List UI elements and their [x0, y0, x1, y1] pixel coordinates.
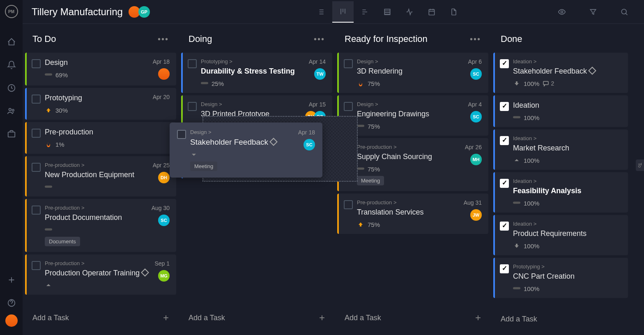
- comment-count[interactable]: 2: [543, 80, 554, 87]
- task-card[interactable]: Ideation 100%: [493, 95, 628, 127]
- task-checkbox[interactable]: [344, 59, 353, 68]
- task-checkbox[interactable]: [500, 136, 509, 145]
- sheet-view-icon[interactable]: [377, 1, 398, 23]
- task-parent: Pre-production >: [45, 260, 150, 266]
- task-checkbox[interactable]: [500, 179, 509, 188]
- task-title: Prototyping: [45, 94, 149, 102]
- task-card[interactable]: Pre-production > New Production Equipmen…: [25, 156, 176, 196]
- task-checkbox[interactable]: [500, 222, 509, 231]
- priority-icon: [45, 106, 52, 114]
- task-checkbox[interactable]: [500, 264, 509, 273]
- task-checkbox[interactable]: [500, 102, 509, 111]
- task-progress: 1%: [55, 141, 64, 148]
- priority-icon: [513, 285, 520, 292]
- column-menu-icon[interactable]: •••: [314, 35, 325, 44]
- column-menu-icon[interactable]: •••: [470, 35, 481, 44]
- eye-icon[interactable]: [551, 1, 573, 23]
- task-checkbox[interactable]: [500, 59, 509, 68]
- assignee-avatar[interactable]: SC: [470, 111, 482, 122]
- calendar-view-icon[interactable]: [421, 1, 442, 23]
- assignee-avatar[interactable]: TW: [314, 68, 326, 80]
- assignee-avatar[interactable]: MH: [470, 154, 482, 165]
- activity-view-icon[interactable]: [399, 1, 420, 23]
- user-avatar[interactable]: [5, 314, 18, 327]
- task-checkbox[interactable]: [188, 102, 197, 111]
- task-checkbox[interactable]: [344, 102, 353, 111]
- plus-icon[interactable]: [7, 275, 16, 285]
- svg-rect-3: [8, 132, 15, 137]
- task-card[interactable]: Ideation > Market Research 100%: [493, 129, 628, 170]
- task-title: Stakeholder Feedback: [190, 138, 294, 147]
- assignee-avatar[interactable]: SC: [470, 68, 482, 80]
- task-checkbox[interactable]: [188, 59, 197, 68]
- task-checkbox[interactable]: [32, 95, 41, 104]
- task-date: Apr 18: [153, 58, 170, 65]
- task-card[interactable]: Pre-production 1%: [25, 122, 176, 154]
- column-title: Done: [501, 34, 522, 44]
- assignee-avatar[interactable]: SC: [158, 215, 170, 226]
- svg-rect-9: [45, 73, 52, 75]
- task-card[interactable]: Pre-production > Production Operator Tra…: [25, 254, 176, 295]
- plus-icon: +: [163, 312, 169, 323]
- priority-icon: [45, 282, 52, 289]
- dragging-card[interactable]: Design > Stakeholder Feedback Meeting Ap…: [170, 122, 322, 178]
- priority-icon: [513, 80, 520, 87]
- add-task-button[interactable]: Add a Task+: [179, 305, 335, 331]
- help-icon[interactable]: [7, 298, 16, 308]
- search-icon[interactable]: [614, 1, 635, 23]
- svg-rect-21: [513, 116, 520, 118]
- task-date: Apr 26: [465, 144, 482, 150]
- column-menu-icon[interactable]: •••: [158, 35, 169, 44]
- files-view-icon[interactable]: [443, 1, 465, 23]
- assignee-avatar[interactable]: JW: [470, 209, 482, 221]
- priority-icon: [357, 122, 364, 130]
- clock-icon[interactable]: [7, 83, 16, 93]
- task-checkbox[interactable]: [32, 129, 41, 138]
- task-checkbox[interactable]: [32, 206, 41, 215]
- filter-icon[interactable]: [582, 1, 604, 23]
- add-task-button[interactable]: Add a Task+: [23, 305, 179, 331]
- svg-rect-18: [360, 224, 361, 226]
- side-tab[interactable]: To: [636, 159, 644, 171]
- list-view-icon[interactable]: [310, 1, 331, 23]
- briefcase-icon[interactable]: [7, 129, 16, 139]
- task-card[interactable]: Prototyping > Durability & Stress Testin…: [181, 53, 332, 93]
- app-logo[interactable]: PM: [5, 5, 18, 18]
- task-card[interactable]: Ideation > Feasibility Analysis 100%: [493, 172, 628, 213]
- task-parent: Ideation >: [513, 58, 621, 65]
- gantt-view-icon[interactable]: [354, 1, 376, 23]
- member-avatar[interactable]: GP: [138, 6, 150, 18]
- add-task-button[interactable]: Add a Task+: [335, 305, 491, 331]
- assignee-avatar[interactable]: DH: [158, 172, 170, 183]
- task-card[interactable]: Design 69% Apr 18: [25, 53, 176, 85]
- assignee-avatar[interactable]: SC: [304, 139, 315, 150]
- task-title: Market Research: [513, 144, 621, 152]
- task-card[interactable]: Design > 3D Rendering 75% Apr 6 SC: [337, 53, 488, 93]
- task-checkbox[interactable]: [32, 261, 41, 270]
- task-card[interactable]: Pre-production > Translation Services 75…: [337, 194, 488, 234]
- task-checkbox[interactable]: [344, 200, 353, 209]
- task-card[interactable]: Prototyping 30% Apr 20: [25, 88, 176, 120]
- task-card[interactable]: Prototyping > CNC Part Creation 100%: [493, 258, 628, 298]
- task-card[interactable]: Ideation > Product Requirements 100%: [493, 215, 628, 255]
- task-card[interactable]: Ideation > Stakeholder Feedback 100% 2: [493, 53, 628, 93]
- assignee-avatar[interactable]: [158, 68, 170, 80]
- people-icon[interactable]: [7, 106, 16, 116]
- add-task-button[interactable]: Add a Task: [491, 307, 630, 331]
- task-checkbox[interactable]: [177, 130, 186, 139]
- task-progress: 75%: [368, 123, 380, 130]
- task-card[interactable]: Pre-production > Product Documentation D…: [25, 199, 176, 252]
- bell-icon[interactable]: [7, 60, 16, 70]
- task-date: Apr 14: [309, 58, 326, 65]
- assignee-avatar[interactable]: MG: [158, 270, 170, 282]
- task-card[interactable]: Pre-production > Supply Chain Sourcing 7…: [337, 138, 488, 191]
- task-tag: Meeting: [357, 176, 384, 185]
- task-progress: 100%: [524, 243, 539, 250]
- project-members[interactable]: GP: [130, 6, 150, 18]
- sidebar: PM: [0, 0, 23, 335]
- task-card[interactable]: Design > Engineering Drawings 75% Apr 4 …: [337, 95, 488, 136]
- board-view-icon[interactable]: [332, 1, 354, 23]
- task-checkbox[interactable]: [32, 163, 41, 172]
- home-icon[interactable]: [7, 37, 16, 47]
- task-checkbox[interactable]: [32, 59, 41, 68]
